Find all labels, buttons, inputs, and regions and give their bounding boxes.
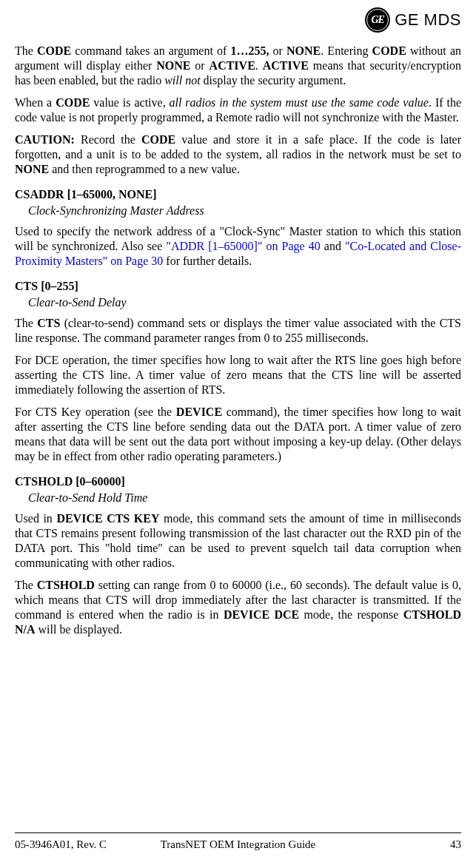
ge-logo-icon: GE — [365, 7, 390, 33]
csaddr-subtitle: Clock-Synchronizing Master Address — [28, 203, 461, 218]
cts-paragraph-1: The CTS (clear-to-send) command sets or … — [15, 316, 461, 346]
brand-label: GE MDS — [395, 10, 461, 30]
ctshold-heading: CTSHOLD [0–60000] — [15, 474, 461, 489]
ctshold-paragraph-1: Used in DEVICE CTS KEY mode, this comman… — [15, 511, 461, 571]
csaddr-paragraph: Used to specify the network address of a… — [15, 224, 461, 269]
paragraph-code-intro: The CODE command takes an argument of 1…… — [15, 44, 461, 88]
cts-subtitle: Clear-to-Send Delay — [28, 295, 461, 310]
footer-pagenum: 43 — [450, 838, 461, 852]
cts-heading: CTS [0–255] — [15, 279, 461, 294]
page-content: The CODE command takes an argument of 1…… — [15, 44, 461, 637]
ge-logo-text: GE — [371, 13, 383, 27]
cts-paragraph-3: For CTS Key operation (see the DEVICE co… — [15, 405, 461, 464]
link-addr[interactable]: "ADDR [1–65000]" on Page 40 — [166, 240, 320, 252]
ctshold-subtitle: Clear-to-Send Hold Time — [28, 491, 461, 505]
ctshold-paragraph-2: The CTSHOLD setting can range from 0 to … — [15, 578, 461, 637]
footer-docid: 05-3946A01, Rev. C — [15, 838, 107, 852]
page-footer: 05-3946A01, Rev. C TransNET OEM Integrat… — [15, 832, 461, 852]
paragraph-code-active: When a CODE value is active, all radios … — [15, 95, 461, 125]
paragraph-caution: CAUTION: Record the CODE value and store… — [15, 132, 461, 177]
page-header: GE GE MDS — [15, 7, 461, 44]
csaddr-heading: CSADDR [1–65000, NONE] — [15, 187, 461, 202]
cts-paragraph-2: For DCE operation, the timer specifies h… — [15, 353, 461, 397]
